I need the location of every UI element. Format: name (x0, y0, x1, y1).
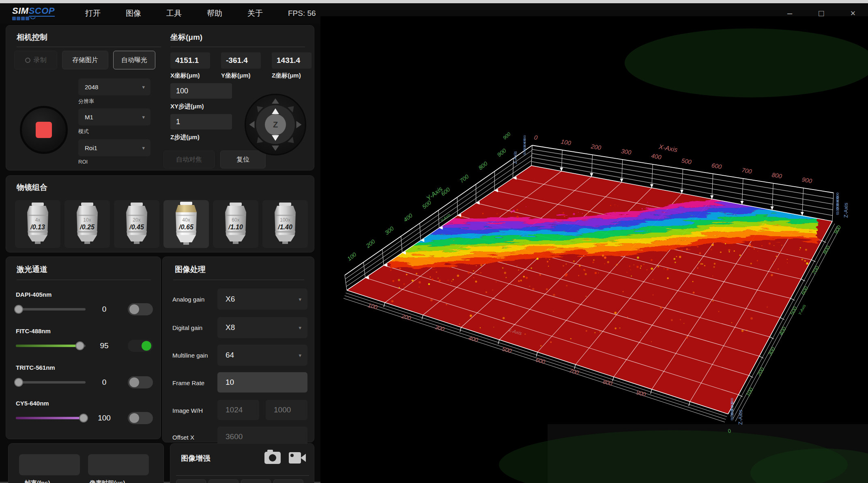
divider (176, 475, 309, 476)
stop-capture-button[interactable] (20, 106, 68, 154)
x-coordinate-box: 4151.1 (170, 52, 210, 69)
z-up-icon[interactable] (272, 108, 279, 114)
joystick-down-icon[interactable] (272, 146, 279, 151)
svg-text:Z-Axis: Z-Axis (843, 203, 849, 218)
roi-dropdown[interactable]: Roi1 ▾ (78, 139, 150, 156)
frame-rate-label: Frame Rate (172, 380, 204, 386)
record-button[interactable]: 录制 (14, 51, 57, 69)
stop-icon (36, 122, 52, 138)
objective-100x[interactable]: 100x /1.40 (262, 200, 308, 248)
enhancement-button-stub[interactable] (208, 479, 238, 483)
roi-value: Roi1 (85, 144, 97, 151)
slider-knob[interactable] (75, 341, 84, 350)
joystick-up-icon[interactable] (272, 99, 279, 104)
offset-x-label: Offset X (172, 434, 194, 441)
fps-counter: FPS: 56 (288, 9, 316, 18)
resolution-label: 分辨率 (78, 98, 94, 105)
frame-rate-input[interactable]: 10 (217, 372, 307, 392)
laser-cy5-slider[interactable] (16, 417, 86, 419)
auto-exposure-button[interactable]: 自动曝光 (113, 51, 155, 69)
digital-gain-dropdown[interactable]: X8 ▾ (217, 317, 307, 338)
objective-20x[interactable]: 20x /0.45 (114, 200, 159, 248)
laser-tritc-slider[interactable] (16, 381, 86, 384)
pixel-time-field[interactable] (88, 454, 149, 475)
divider (173, 280, 304, 280)
enhancement-button-stub[interactable] (176, 479, 206, 483)
joystick-right-icon[interactable] (296, 121, 302, 128)
autofocus-label: 自动对焦 (176, 155, 202, 164)
image-processing-panel: 图像处理 Analog gain X6 ▾ Digital gain X8 ▾ … (162, 257, 314, 442)
multiline-gain-dropdown[interactable]: 64 ▾ (217, 345, 307, 366)
slider-knob[interactable] (14, 305, 23, 314)
analog-gain-dropdown[interactable]: X6 ▾ (217, 289, 307, 310)
menu-open[interactable]: 打开 (85, 8, 101, 19)
z-down-icon[interactable] (272, 135, 279, 141)
camera-snapshot-icon[interactable] (264, 452, 281, 464)
laser-tritc-toggle[interactable] (128, 376, 153, 388)
z-knob[interactable]: Z (265, 114, 286, 135)
save-image-label: 存储图片 (72, 56, 98, 65)
surface-plot-viewport[interactable]: 0100200300400500600700800900X-Axis100200… (320, 16, 868, 483)
save-image-button[interactable]: 存储图片 (62, 51, 108, 69)
joystick-left-icon[interactable] (249, 121, 255, 128)
analog-gain-value: X6 (226, 295, 235, 304)
slider-fill (16, 417, 84, 419)
fps-field[interactable] (19, 454, 80, 475)
slider-knob[interactable] (14, 378, 23, 387)
laser-dapi-slider[interactable] (16, 308, 86, 310)
objective-na: /0.65 (179, 224, 193, 231)
laser-cy5-toggle[interactable] (128, 412, 153, 424)
chevron-down-icon: ▾ (142, 84, 145, 90)
objectives-title: 物镜组合 (17, 182, 47, 193)
laser-fitc-toggle[interactable] (128, 340, 153, 352)
svg-text:100: 100 (523, 148, 526, 154)
z-step-input[interactable]: 1 (170, 114, 232, 129)
menu-image[interactable]: 图像 (126, 8, 141, 19)
x-coordinate-label: X坐标(μm) (170, 72, 200, 80)
z-coordinate-box: 1431.4 (272, 52, 312, 69)
objective-10x[interactable]: 10x /0.25 (64, 200, 110, 248)
resolution-value: 2048 (85, 84, 98, 91)
auto-exposure-label: 自动曝光 (121, 56, 147, 65)
surface-plot-3d[interactable]: 0100200300400500600700800900X-Axis100200… (320, 16, 868, 483)
laser-cy5-label: CY5-640nm (16, 400, 49, 407)
multiline-gain-value: 64 (226, 351, 234, 360)
stage-joystick[interactable]: Z (245, 94, 306, 155)
laser-dapi-toggle[interactable] (128, 303, 153, 315)
svg-text:100: 100 (836, 207, 840, 213)
pixel-time-field-label: 像素时间(μs) (90, 479, 125, 483)
slider-knob[interactable] (79, 414, 88, 423)
resolution-dropdown[interactable]: 2048 ▾ (78, 78, 150, 95)
objective-4x[interactable]: 4x /0.13 (15, 200, 60, 248)
image-height-input: 1000 (266, 400, 307, 420)
laser-fitc-slider[interactable] (16, 345, 86, 347)
laser-dapi-value: 0 (91, 305, 117, 314)
divider (170, 47, 305, 47)
objective-mag: 10x (83, 217, 91, 223)
roi-label: ROI (78, 159, 88, 165)
xy-step-input[interactable]: 100 (170, 83, 232, 99)
image-wh-label: Image W/H (172, 407, 203, 414)
frame-rate-value: 10 (226, 378, 234, 387)
digital-gain-value: X8 (226, 323, 235, 332)
mode-dropdown[interactable]: M1 ▾ (78, 108, 150, 125)
menu-tools[interactable]: 工具 (166, 8, 182, 19)
reset-button[interactable]: 复位 (220, 151, 266, 168)
menu-about[interactable]: 关于 (247, 8, 263, 19)
divider (17, 47, 161, 47)
objective-40x[interactable]: 40x /0.65 (163, 200, 209, 248)
camera-feed-glow-top (625, 28, 868, 97)
objective-mag: 4x (35, 217, 41, 223)
enhancement-button-stub[interactable] (273, 479, 303, 483)
objective-60x[interactable]: 60x /1.10 (213, 200, 258, 248)
menu-help[interactable]: 帮助 (207, 8, 222, 19)
window-top-strip (0, 0, 868, 3)
image-enhancement-panel: 图像增强 (170, 443, 314, 483)
objective-na: /1.10 (228, 224, 243, 231)
enhancement-button-stub[interactable] (241, 479, 271, 483)
image-width-value: 1024 (226, 405, 243, 414)
objective-mag: 40x (182, 217, 190, 223)
video-record-icon[interactable] (289, 452, 301, 464)
laser-tritc-value: 0 (91, 378, 117, 387)
autofocus-button[interactable]: 自动对焦 (163, 151, 215, 168)
